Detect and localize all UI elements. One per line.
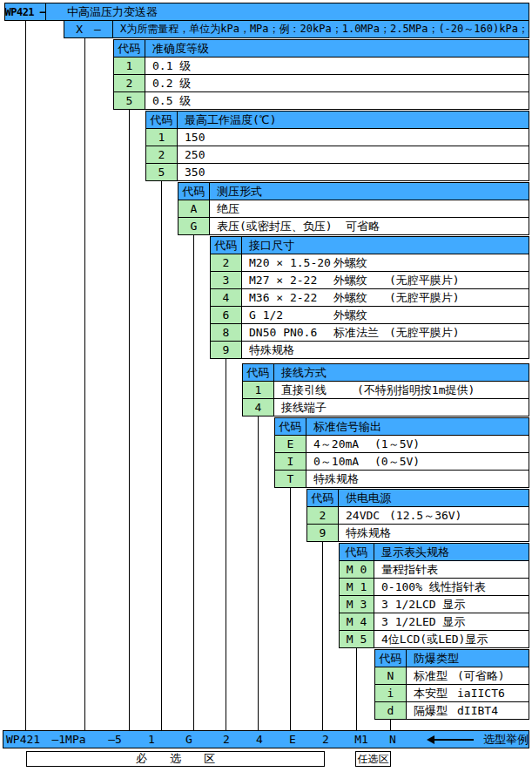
- example-label: 选型举例: [483, 731, 529, 748]
- row-desc: 0.1 级: [152, 58, 191, 74]
- row-desc: 本安型: [414, 686, 457, 701]
- table-row: d 隔爆型dIIBT4: [374, 701, 529, 720]
- example-value: —5: [108, 731, 122, 748]
- section-title: 测压形式: [209, 182, 529, 200]
- row-desc: G 1/2: [249, 308, 333, 322]
- section-title: 接口尺寸: [241, 236, 529, 254]
- example-value: 2: [223, 731, 230, 748]
- row-desc: 绝压: [217, 201, 239, 217]
- model-name-cell: 中高温压力变送器: [45, 3, 529, 21]
- table-row: I 0～10mA(0～5V): [274, 452, 529, 471]
- code-header-cell: 代码: [113, 39, 145, 58]
- example-model: WP421: [6, 731, 40, 748]
- table-row: 4 接线端子: [242, 398, 529, 416]
- code-cell: 8: [210, 323, 242, 342]
- row-thread: 外螺纹: [333, 273, 389, 288]
- model-code-cell: WP421 —: [4, 3, 46, 21]
- section-display-head: 代码 显示表头规格 M 0 量程指针表 M 1 0-100% 线性指针表 M 3…: [339, 543, 529, 648]
- example-value: 4: [256, 731, 263, 748]
- code-cell: A: [178, 200, 210, 218]
- code-cell: 3: [210, 271, 242, 289]
- row-note: (无腔平膜片): [389, 290, 460, 306]
- row-note: (不特别指明按1m提供): [357, 383, 475, 398]
- section-title: 接线方式: [273, 363, 529, 382]
- code-cell: 4: [210, 288, 242, 307]
- row-desc: 24VDC: [346, 509, 389, 522]
- code-cell: M 0: [339, 560, 374, 579]
- code-header-cell: 代码: [145, 111, 178, 129]
- model-title-section: WP421 — 中高温压力变送器: [4, 3, 529, 21]
- table-row: M 4 3 1/2LED 显示: [339, 613, 529, 631]
- row-desc: 4位LCD(或LED)显示: [381, 632, 488, 647]
- table-row: N 标准型(可省略): [374, 667, 529, 685]
- section-title: 标准信号输出: [306, 417, 529, 436]
- connector-line: [290, 488, 291, 730]
- row-desc: 特殊规格: [249, 342, 294, 358]
- connector-line: [25, 21, 26, 730]
- section-pressure-type: 代码 测压形式 A 绝压 G 表压(或密封压、负压)可省略: [178, 182, 529, 235]
- row-desc: 接线端子: [281, 400, 327, 416]
- table-row: 1 0.1 级: [113, 57, 529, 75]
- row-desc: 3 1/2LED 显示: [381, 614, 465, 630]
- code-cell: 9: [210, 341, 242, 359]
- row-desc: 直接引线: [281, 383, 357, 398]
- row-note: iaIICT6: [457, 687, 505, 700]
- code-header-cell: 代码: [178, 182, 210, 200]
- row-desc: DN50 PN0.6: [249, 326, 333, 339]
- section-title: 准确度等级: [145, 39, 529, 58]
- example-value: G: [185, 731, 192, 748]
- row-note: (12.5～36V): [389, 508, 461, 524]
- connector-line: [226, 359, 226, 730]
- row-desc: 0～10mA: [313, 454, 374, 470]
- connector-line: [193, 235, 194, 730]
- section-power-supply: 代码 供电电源 2 24VDC(12.5～36V) 9 特殊规格: [306, 489, 529, 542]
- table-row: A 绝压: [178, 200, 529, 218]
- code-cell: 6: [210, 306, 242, 324]
- code-cell: I: [274, 452, 306, 471]
- table-row: i 本安型iaIICT6: [374, 684, 529, 702]
- section-signal-output: 代码 标准信号输出 E 4～20mA(1～5V) I 0～10mA(0～5V) …: [274, 417, 529, 488]
- row-desc: 量程指针表: [381, 562, 438, 578]
- code-cell: 1: [145, 128, 178, 146]
- row-desc: 特殊规格: [346, 525, 391, 541]
- table-row: T 特殊规格: [274, 470, 529, 488]
- row-desc: 隔爆型: [414, 703, 457, 719]
- row-desc: 4～20mA: [313, 437, 374, 452]
- mandatory-zone-label: 必 选 区: [26, 751, 325, 767]
- table-row: 2 24VDC(12.5～36V): [306, 506, 529, 525]
- table-row: 2 M20 × 1.5-20外螺纹: [210, 254, 529, 272]
- row-thread: 标准法兰: [333, 325, 389, 341]
- example-value: 2: [322, 731, 329, 748]
- code-cell: 2: [306, 506, 339, 525]
- row-desc: 特殊规格: [313, 471, 359, 487]
- table-row: 5 0.5 级: [113, 91, 529, 110]
- row-desc: 350: [185, 166, 205, 179]
- row-note: (可省略): [457, 668, 505, 684]
- row-note: (0～5V): [374, 454, 420, 470]
- row-thread: 外螺纹: [333, 255, 389, 271]
- left-arrow-shaft: [434, 739, 474, 741]
- code-cell: 9: [306, 524, 339, 542]
- connector-line: [390, 720, 391, 730]
- code-cell: M 1: [339, 578, 374, 596]
- table-row: 2 0.2 级: [113, 74, 529, 92]
- code-cell: M 3: [339, 595, 374, 613]
- table-row: 4 M36 × 2-22外螺纹(无腔平膜片): [210, 288, 529, 307]
- row-note: (无腔平膜片): [389, 273, 460, 288]
- code-cell: T: [274, 470, 306, 488]
- code-cell: E: [274, 435, 306, 453]
- table-row: 8 DN50 PN0.6标准法兰(无腔平膜片): [210, 323, 529, 342]
- code-header-cell: 代码: [274, 417, 306, 436]
- section-wiring: 代码 接线方式 1 直接引线(不特别指明按1m提供) 4 接线端子: [242, 363, 529, 416]
- code-header-cell: 代码: [306, 489, 339, 507]
- section-max-temp: 代码 最高工作温度(℃) 1 150 2 250 5 350: [145, 111, 529, 181]
- example-value: N: [389, 731, 396, 748]
- row-desc: M27 × 2-22: [249, 274, 333, 287]
- table-row: 2 250: [145, 146, 529, 164]
- code-cell: 2: [210, 254, 242, 272]
- code-cell: 1: [242, 381, 274, 399]
- code-cell: G: [178, 217, 210, 235]
- row-desc: 表压(或密封压、负压): [217, 219, 346, 234]
- code-header-cell: 代码: [242, 363, 274, 382]
- code-cell: 2: [113, 74, 145, 92]
